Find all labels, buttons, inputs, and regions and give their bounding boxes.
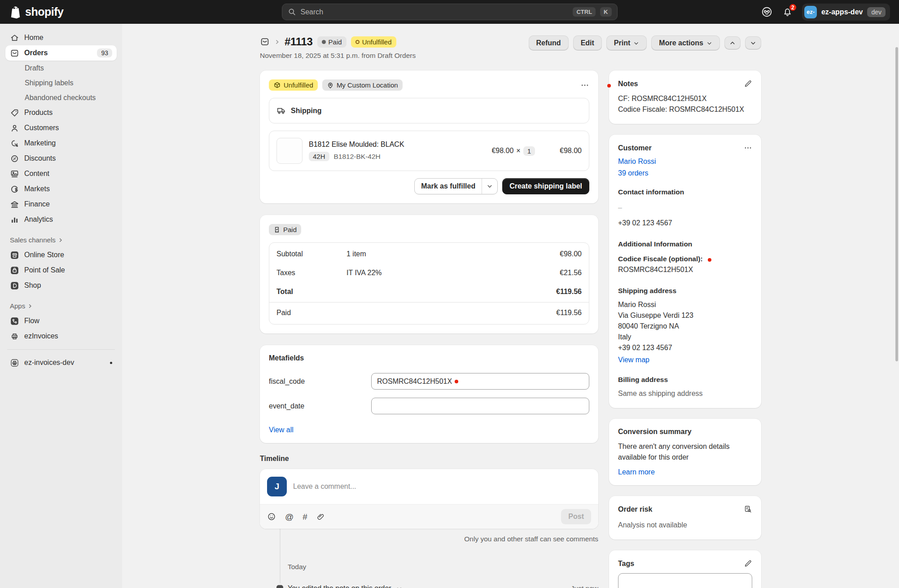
sidebar-item-marketing[interactable]: Marketing — [5, 136, 117, 151]
sidebar-item-products[interactable]: Products — [5, 105, 117, 120]
sidebar-item-point-of-sale[interactable]: Point of Sale — [5, 263, 117, 278]
printer-icon — [10, 332, 19, 341]
timeline-date-today: Today — [260, 563, 598, 571]
shipping-address-heading: Shipping address — [618, 287, 752, 295]
notifications-bell-icon[interactable]: 2 — [782, 6, 793, 18]
create-shipping-label-button[interactable]: Create shipping label — [502, 178, 589, 194]
chevron-right-icon — [58, 237, 63, 243]
page-title: #1113 — [285, 35, 313, 48]
view-map-link[interactable]: View map — [618, 356, 649, 364]
sidebar-item-label: Products — [24, 109, 53, 117]
store-avatar: ez- — [804, 6, 817, 18]
store-name: ez-apps-dev — [821, 8, 863, 16]
sidebar-item-label: Shop — [24, 281, 41, 290]
refund-button[interactable]: Refund — [529, 35, 569, 51]
content-image-icon — [10, 169, 19, 179]
product-thumbnail — [276, 138, 303, 164]
assistant-icon[interactable] — [761, 6, 773, 18]
post-comment-button[interactable]: Post — [561, 509, 591, 524]
metafields-title: Metafields — [269, 354, 589, 362]
sidebar-item-ez-invoices-dev[interactable]: ez-invoices-dev — [5, 355, 117, 370]
delivery-method-label: Shipping — [291, 107, 321, 115]
location-pin-icon — [327, 82, 334, 89]
shipping-address-line: +39 02 123 4567 — [618, 342, 752, 353]
sidebar-divider — [7, 349, 115, 350]
point-of-sale-icon — [10, 266, 19, 275]
next-order-button[interactable] — [745, 36, 761, 50]
vertical-scrollbar[interactable] — [895, 47, 898, 361]
mention-icon[interactable]: @ — [285, 513, 294, 521]
orders-count-badge: 93 — [97, 48, 112, 57]
customer-name-link[interactable]: Mario Rossi — [618, 158, 656, 166]
home-icon — [10, 33, 19, 43]
tags-input[interactable] — [618, 573, 752, 588]
view-all-metafields-link[interactable]: View all — [269, 426, 294, 434]
apps-section[interactable]: Apps — [10, 302, 112, 310]
shopify-logo[interactable]: shopify — [9, 5, 63, 19]
global-search[interactable]: Search CTRL K — [282, 4, 618, 20]
edit-button[interactable]: Edit — [573, 35, 602, 51]
marketing-target-icon — [10, 139, 19, 148]
chevron-down-icon — [750, 40, 756, 46]
customer-card: Customer Mario Rossi 39 orders Contact i… — [609, 135, 761, 408]
event-date-input[interactable] — [371, 398, 589, 414]
sidebar-item-ezinvoices[interactable]: ezInvoices — [5, 329, 117, 344]
sidebar-item-finance[interactable]: Finance — [5, 197, 117, 212]
notes-title: Notes — [618, 80, 638, 88]
sidebar-item-discounts[interactable]: Discounts — [5, 151, 117, 166]
sidebar-item-online-store[interactable]: Online Store — [5, 247, 117, 263]
comment-input[interactable] — [293, 483, 591, 491]
customer-orders-link[interactable]: 39 orders — [618, 169, 649, 177]
customer-overflow-menu-icon[interactable] — [744, 144, 752, 152]
fiscal-code-input[interactable] — [371, 373, 589, 390]
notification-count-badge: 2 — [789, 3, 797, 12]
sidebar-item-analytics[interactable]: Analytics — [5, 212, 117, 227]
timeline-event-text[interactable]: You edited the note on this order. — [288, 584, 402, 588]
edit-notes-pencil-icon[interactable] — [744, 79, 752, 88]
unit-price-qty: €98.00 × 1 — [491, 146, 535, 156]
billing-address-heading: Billing address — [618, 376, 752, 384]
fulfillment-overflow-menu-icon[interactable] — [580, 81, 589, 90]
metafield-label-fiscal-code: fiscal_code — [269, 377, 371, 386]
discount-icon — [10, 154, 19, 163]
emoji-icon[interactable] — [267, 512, 276, 521]
taxes-row: Taxes IT IVA 22% €21.56 — [276, 263, 582, 282]
sidebar-item-markets[interactable]: Markets — [5, 181, 117, 197]
sidebar-item-customers[interactable]: Customers — [5, 120, 117, 136]
previous-order-button[interactable] — [724, 36, 741, 50]
product-title-link[interactable]: B1812 Elise Moulded: BLACK — [309, 140, 404, 149]
print-button[interactable]: Print — [606, 35, 647, 51]
shopify-bag-icon — [9, 5, 22, 19]
store-menu[interactable]: ez- ez-apps-dev dev — [802, 4, 890, 21]
learn-more-link[interactable]: Learn more — [618, 468, 655, 476]
customer-title: Customer — [618, 144, 652, 152]
timeline-section: Timeline J — [260, 455, 598, 588]
sidebar-item-orders[interactable]: Orders 93 — [5, 45, 117, 61]
sidebar-item-drafts[interactable]: Drafts — [5, 61, 117, 75]
sidebar-item-label: Online Store — [24, 251, 64, 259]
more-actions-button[interactable]: More actions — [651, 35, 720, 51]
timeline-event: You edited the note on this order. Just … — [260, 584, 598, 588]
sidebar-item-abandoned-checkouts[interactable]: Abandoned checkouts — [5, 90, 117, 105]
hashtag-icon[interactable]: # — [303, 513, 307, 521]
variant-pill: 42H — [309, 152, 329, 161]
mark-as-fulfilled-button[interactable]: Mark as fulfilled — [414, 178, 498, 194]
mark-as-fulfilled-chevron[interactable] — [482, 179, 497, 194]
sidebar-item-content[interactable]: Content — [5, 166, 117, 181]
sidebar-item-shop[interactable]: Shop — [5, 278, 117, 293]
sales-channels-section[interactable]: Sales channels — [10, 236, 112, 244]
sidebar-item-label: Analytics — [24, 215, 53, 224]
sidebar-item-label: Content — [24, 170, 49, 178]
topbar-right-cluster: 2 ez- ez-apps-dev dev — [761, 4, 890, 21]
payment-divider — [269, 302, 589, 303]
conversion-summary-title: Conversion summary — [618, 428, 752, 436]
shortcut-ctrl-key: CTRL — [573, 7, 596, 17]
edit-tags-pencil-icon[interactable] — [744, 559, 752, 568]
orders-breadcrumb-icon[interactable] — [260, 37, 270, 47]
quantity-pill: 1 — [523, 146, 535, 156]
sidebar-item-flow[interactable]: Flow — [5, 313, 117, 329]
sidebar-item-label: Home — [24, 34, 44, 42]
attachment-icon[interactable] — [316, 513, 325, 521]
sidebar-item-home[interactable]: Home — [5, 30, 117, 45]
sidebar-item-shipping-labels[interactable]: Shipping labels — [5, 75, 117, 90]
